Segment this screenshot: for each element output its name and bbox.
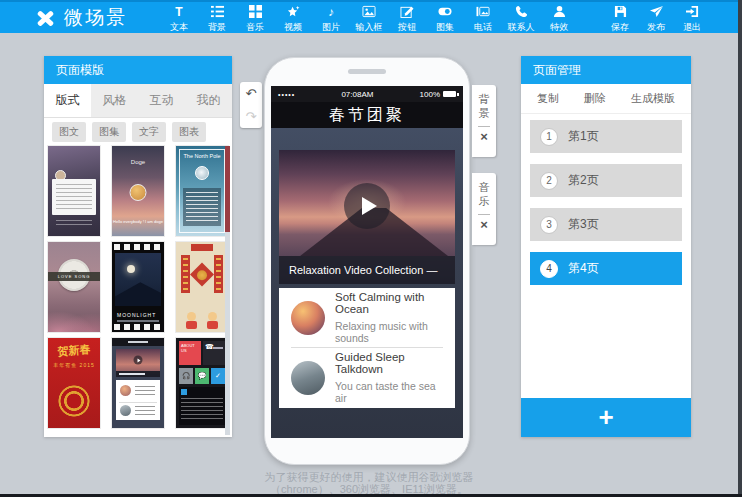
divider [478,126,490,127]
phone-screen[interactable]: ••••• 07:08AM 100% 春节团聚 Relaxation Video… [271,86,463,438]
filter-gallery[interactable]: 图集 [92,122,126,142]
page-item-2[interactable]: 2 第2页 [530,164,682,197]
mini-row [119,383,157,399]
tool-image[interactable]: ♪ 图片 [312,4,350,34]
tab-style[interactable]: 风格 [91,84,138,117]
tool-gallery[interactable]: 图集 [426,4,464,34]
template-moonlight[interactable]: MOONLIGHT [112,242,164,332]
template-relaxation-video[interactable] [112,338,164,428]
playlist-item[interactable]: Guided Sleep Talkdown You can taste the … [279,348,455,407]
signal-dots: ••••• [278,91,295,98]
template-scrollbar[interactable] [225,146,230,435]
add-page-button[interactable]: + [521,398,691,437]
page-item-1[interactable]: 1 第1页 [530,120,682,153]
logo-text: 微场景 [64,5,127,31]
filter-text[interactable]: 文字 [132,122,166,142]
redo-icon[interactable]: ↷ [240,105,262,128]
playlist-subtitle: You can taste the sea air [335,380,443,404]
background-side-tab[interactable]: 背景 × [472,85,496,157]
template-doge[interactable]: Doge Hello everybody ! I am doge [112,146,164,236]
tool-background[interactable]: 背景 [198,4,236,34]
text-lines [135,406,155,416]
template-love-song[interactable]: LOVE SONG [48,242,100,332]
gold-fish-emblem [56,383,92,419]
playlist-title: Soft Calming with Ocean [335,291,443,315]
template-spring-couplets[interactable] [176,242,228,332]
page-label: 第4页 [568,260,599,277]
template-title: 贺新春 [48,341,100,360]
page-title[interactable]: 春节团聚 [271,102,463,128]
doge-avatar [130,184,147,201]
template-happy-new-year[interactable]: 贺新春 丰年有鱼 2015 [48,338,100,428]
tab-layout[interactable]: 版式 [44,84,91,117]
play-icon [134,356,143,365]
close-icon[interactable]: × [480,218,488,231]
toggle-icon [438,5,452,19]
page-label: 第1页 [568,128,599,145]
template-title: MOONLIGHT [117,312,156,318]
page-label: 第2页 [568,172,599,189]
save-button[interactable]: 保存 [602,4,638,34]
page-label: 第3页 [568,216,599,233]
copy-page-button[interactable]: 复制 [537,91,559,106]
tool-text[interactable]: T 文本 [160,4,198,34]
template-title: The North Pole [176,153,228,159]
window-edge-right [738,0,742,497]
battery-status: 100% [420,90,456,99]
tool-contacts[interactable]: 联系人 [502,4,540,34]
tool-music[interactable]: 音乐 [236,4,274,34]
music-note-icon: ♪ [328,5,334,19]
scrollbar-thumb[interactable] [225,146,230,232]
template-caption: Hello everybody ! I am doge [112,219,164,224]
page-item-4-selected[interactable]: 4 第4页 [530,252,682,285]
page-manager-actions: 复制 删除 生成模版 [521,84,691,114]
make-template-button[interactable]: 生成模版 [631,91,675,106]
play-button[interactable] [344,183,390,229]
side-tab-label: 背景 [478,93,490,121]
save-icon [614,5,627,19]
delete-page-button[interactable]: 删除 [584,91,606,106]
template-tabs: 版式 风格 互动 我的 [44,84,232,118]
tab-mine[interactable]: 我的 [185,84,232,117]
undo-icon[interactable]: ↶ [240,82,262,105]
template-subtitle: 丰年有鱼 2015 [48,362,100,368]
tool-video[interactable]: 视频 [274,4,312,34]
red-diamond [190,262,214,286]
tool-phone-call[interactable]: 电话 [464,4,502,34]
video-block[interactable]: Relaxation Video Collection — [279,150,455,284]
page-item-3[interactable]: 3 第3页 [530,208,682,241]
text-lines [56,184,92,211]
filter-image-text[interactable]: 图文 [52,122,86,142]
blue-square-icon [181,389,187,395]
publish-button[interactable]: 发布 [638,4,674,34]
text-line [117,320,159,322]
playlist-title: Guided Sleep Talkdown [335,351,443,375]
template-title: Doge [112,159,164,165]
film-holes [114,324,162,330]
couplet-right [214,255,223,293]
playlist-card: Soft Calming with Ocean Relaxing music w… [279,288,455,408]
tab-interactive[interactable]: 互动 [138,84,185,117]
app-logo[interactable]: 微场景 [34,5,127,31]
star-icon [287,5,300,19]
person-icon [553,5,566,19]
template-profile-card[interactable] [48,146,100,236]
hill [115,282,161,306]
film-holes [114,244,162,250]
tool-input-box[interactable]: 输入框 [350,4,388,34]
playlist-text: Soft Calming with Ocean Relaxing music w… [335,291,443,344]
exit-button[interactable]: 退出 [674,4,710,34]
red-banner [191,244,213,251]
page-manager-title: 页面管理 [521,56,691,84]
filter-chart[interactable]: 图表 [172,122,206,142]
playlist-item[interactable]: Soft Calming with Ocean Relaxing music w… [279,288,455,347]
mini-avatar [120,405,131,416]
side-tab-label: 音乐 [478,181,490,209]
text-card [52,179,96,215]
tool-button[interactable]: 按钮 [388,4,426,34]
music-side-tab[interactable]: 音乐 × [472,173,496,245]
close-icon[interactable]: × [480,130,488,143]
template-metro-contact[interactable]: ABOUT US ☎ 🎧 💬 ✓ [176,338,228,428]
template-north-pole[interactable]: The North Pole [176,146,228,236]
tool-effects[interactable]: 特效 [540,4,578,34]
